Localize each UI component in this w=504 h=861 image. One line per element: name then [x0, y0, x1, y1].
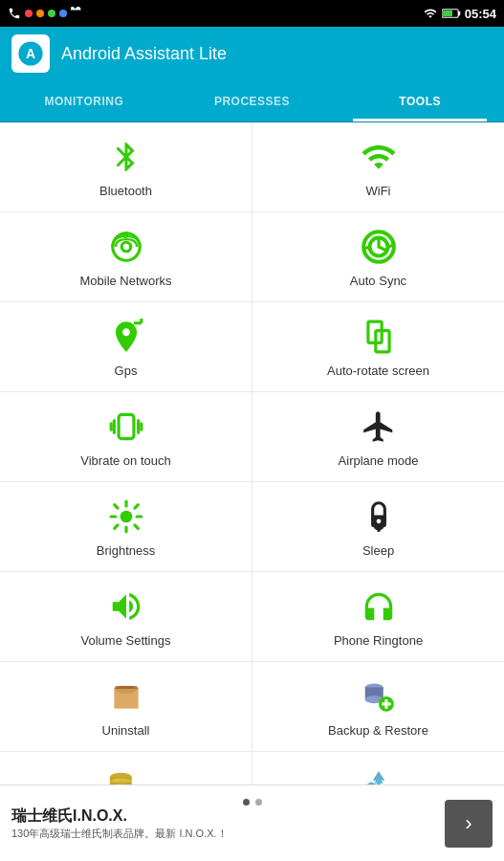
tab-bar: MONITORING PROCESSES TOOLS [0, 80, 504, 122]
grid-item-uninstall[interactable]: Uninstall [0, 662, 252, 751]
ad-title: 瑞士维氏I.N.O.X. [11, 806, 437, 827]
uninstall-label: Uninstall [102, 723, 150, 738]
grid-item-airplane[interactable]: Airplane mode [252, 392, 504, 481]
brightness-icon [105, 496, 147, 538]
ad-subtitle: 130年高级瑞士维氏制表品牌。最新 I.N.O.X.！ [11, 827, 437, 841]
tab-processes[interactable]: PROCESSES [168, 80, 337, 121]
svg-line-24 [114, 505, 117, 508]
grid-item-auto-sync[interactable]: Auto Sync [252, 212, 504, 301]
wifi-icon [358, 136, 400, 178]
grid-item-wifi[interactable]: WiFi [252, 122, 504, 211]
tab-tools[interactable]: TOOLS [336, 80, 504, 121]
status-bar: 05:54 [0, 0, 504, 27]
ad-banner[interactable]: 瑞士维氏I.N.O.X. 130年高级瑞士维氏制表品牌。最新 I.N.O.X.！… [0, 784, 504, 861]
svg-rect-14 [119, 414, 134, 438]
grid-item-ringtone[interactable]: Phone Ringtone [252, 572, 504, 661]
tab-monitoring[interactable]: MONITORING [0, 80, 168, 121]
app-header: A Android Assistant Lite [0, 27, 504, 80]
vibrate-label: Vibrate on touch [80, 453, 170, 468]
dot-green [48, 10, 55, 17]
dot-red [25, 10, 33, 17]
vibrate-icon [105, 406, 147, 448]
uninstall-icon [105, 675, 147, 718]
ringtone-label: Phone Ringtone [334, 633, 423, 648]
wifi-label: WiFi [366, 184, 391, 198]
svg-rect-1 [458, 11, 460, 15]
phone-icon [8, 7, 21, 20]
bluetooth-label: Bluetooth [99, 184, 152, 198]
ad-dot-1 [243, 799, 250, 806]
svg-rect-2 [443, 11, 452, 16]
volume-icon [105, 585, 147, 628]
airplane-label: Airplane mode [339, 453, 419, 468]
grid-item-bluetooth[interactable]: Bluetooth [0, 122, 252, 211]
svg-text:A: A [26, 46, 35, 61]
auto-sync-icon [358, 226, 400, 268]
status-wifi-icon [423, 7, 438, 20]
backup-icon [358, 675, 400, 718]
sleep-icon [358, 496, 400, 538]
svg-point-19 [120, 511, 132, 523]
bluetooth-icon [105, 136, 147, 178]
svg-line-27 [114, 525, 117, 528]
grid-item-auto-rotate[interactable]: Auto-rotate screen [252, 302, 504, 391]
brightness-label: Brightness [97, 543, 155, 558]
auto-sync-label: Auto Sync [350, 274, 406, 288]
app-title: Android Assistant Lite [61, 44, 227, 64]
ad-arrow-button[interactable]: › [445, 800, 493, 848]
status-battery-icon [442, 7, 461, 20]
grid-item-vibrate[interactable]: Vibrate on touch [0, 392, 252, 481]
ringtone-icon [358, 585, 400, 628]
volume-label: Volume Settings [81, 633, 171, 648]
mobile-networks-icon [105, 226, 147, 268]
svg-point-5 [121, 242, 131, 252]
gps-icon [105, 316, 147, 358]
grid-item-mobile-networks[interactable]: Mobile Networks [0, 212, 252, 301]
grid-item-gps[interactable]: Gps [0, 302, 252, 391]
svg-line-26 [134, 505, 137, 508]
svg-line-25 [134, 525, 137, 528]
dot-blue [59, 10, 67, 17]
ad-dots [243, 799, 262, 806]
grid-item-sleep[interactable]: Sleep [252, 482, 504, 571]
grid-item-brightness[interactable]: Brightness [0, 482, 252, 571]
ad-text: 瑞士维氏I.N.O.X. 130年高级瑞士维氏制表品牌。最新 I.N.O.X.！ [11, 806, 437, 841]
status-time: 05:54 [465, 7, 496, 21]
grid-item-volume[interactable]: Volume Settings [0, 572, 252, 661]
mobile-networks-label: Mobile Networks [79, 274, 171, 288]
auto-rotate-icon [358, 316, 400, 358]
app-logo: A [11, 34, 50, 73]
airplane-icon [358, 406, 400, 448]
tools-grid: Bluetooth WiFi Mobile Networks [0, 122, 504, 861]
notification-icon [71, 7, 84, 20]
status-bar-right: 05:54 [423, 7, 496, 21]
sleep-label: Sleep [362, 543, 394, 558]
auto-rotate-label: Auto-rotate screen [327, 364, 429, 378]
ad-dot-2 [255, 799, 262, 806]
backup-label: Backup & Restore [328, 723, 428, 738]
app-logo-icon: A [17, 40, 44, 67]
gps-label: Gps [115, 364, 138, 378]
status-bar-left [8, 7, 84, 20]
svg-point-8 [123, 232, 128, 237]
dot-orange [36, 10, 44, 17]
grid-item-backup[interactable]: Backup & Restore [252, 662, 504, 751]
svg-point-32 [376, 519, 381, 523]
